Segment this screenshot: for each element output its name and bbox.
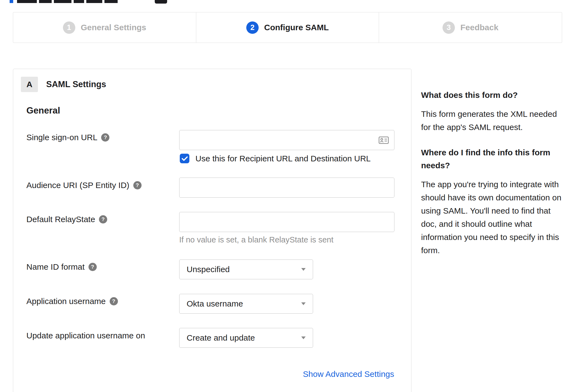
- step-number-badge: 1: [63, 21, 75, 34]
- name-id-format-label-row: Name ID format ?: [26, 262, 97, 272]
- contact-card-icon[interactable]: [378, 136, 389, 144]
- relay-state-input[interactable]: [179, 212, 394, 232]
- chevron-down-icon: [301, 268, 306, 271]
- step-feedback[interactable]: 3 Feedback: [379, 12, 562, 43]
- sidebar-answer-1: This form generates the XML needed for t…: [421, 107, 563, 134]
- application-username-label: Application username: [26, 297, 106, 306]
- sso-url-input-wrap: [179, 130, 394, 150]
- section-header: A SAML Settings: [21, 77, 106, 92]
- update-username-value: Create and update: [187, 333, 255, 343]
- update-username-label: Update application username on: [26, 331, 145, 340]
- application-username-select[interactable]: Okta username: [179, 294, 313, 314]
- section-a-badge: A: [21, 77, 38, 92]
- help-icon[interactable]: ?: [89, 263, 97, 271]
- clipped-title-text: [17, 0, 37, 3]
- step-label: Feedback: [460, 23, 498, 32]
- step-number-badge: 2: [246, 21, 259, 34]
- step-number-badge: 3: [443, 21, 455, 34]
- application-username-label-row: Application username ?: [26, 297, 118, 306]
- clipped-logo: [155, 0, 167, 4]
- help-icon[interactable]: ?: [110, 297, 118, 305]
- sidebar-question-2: Where do I find the info this form needs…: [421, 146, 563, 172]
- help-icon[interactable]: ?: [133, 181, 142, 189]
- step-configure-saml[interactable]: 2 Configure SAML: [196, 12, 379, 43]
- wizard-stepper: 1 General Settings 2 Configure SAML 3 Fe…: [13, 12, 562, 43]
- help-sidebar: What does this form do? This form genera…: [421, 89, 563, 269]
- clipped-page-header: [0, 0, 575, 4]
- sidebar-question-1: What does this form do?: [421, 89, 563, 101]
- update-username-select[interactable]: Create and update: [179, 328, 313, 348]
- step-general-settings[interactable]: 1 General Settings: [13, 12, 196, 43]
- audience-uri-input[interactable]: [179, 178, 394, 198]
- relay-state-label-row: Default RelayState ?: [26, 215, 107, 224]
- help-icon[interactable]: ?: [101, 133, 109, 142]
- clipped-title-text: [104, 0, 118, 3]
- relay-state-label: Default RelayState: [26, 215, 95, 224]
- sidebar-answer-2: The app you're trying to integrate with …: [421, 178, 563, 257]
- sso-url-label-row: Single sign-on URL ?: [26, 133, 109, 142]
- clipped-title-text: [54, 0, 71, 3]
- step-label: General Settings: [81, 23, 146, 32]
- general-group-title: General: [26, 105, 60, 116]
- help-icon[interactable]: ?: [99, 215, 107, 223]
- clipped-title-accent-bar: [10, 0, 13, 3]
- name-id-format-label: Name ID format: [26, 262, 85, 272]
- checkmark-icon: [182, 156, 188, 161]
- chevron-down-icon: [301, 302, 306, 305]
- clipped-title-text: [74, 0, 84, 3]
- recipient-url-checkbox[interactable]: [180, 154, 189, 163]
- clipped-title-text: [39, 0, 52, 3]
- recipient-url-checkbox-label[interactable]: Use this for Recipient URL and Destinati…: [195, 154, 371, 163]
- audience-uri-label: Audience URI (SP Entity ID): [26, 181, 129, 190]
- name-id-format-select[interactable]: Unspecified: [179, 260, 313, 279]
- update-username-label-row: Update application username on: [26, 331, 145, 340]
- saml-settings-panel: A SAML Settings General Single sign-on U…: [13, 69, 411, 392]
- show-advanced-settings-link[interactable]: Show Advanced Settings: [303, 369, 394, 379]
- relay-state-helper-text: If no value is set, a blank RelayState i…: [179, 235, 333, 244]
- sso-url-input[interactable]: [179, 130, 394, 150]
- section-title: SAML Settings: [46, 79, 106, 89]
- sso-url-label: Single sign-on URL: [26, 133, 97, 142]
- clipped-title-text: [86, 0, 102, 3]
- name-id-format-value: Unspecified: [187, 265, 230, 274]
- chevron-down-icon: [301, 336, 306, 339]
- application-username-value: Okta username: [187, 299, 243, 308]
- step-label: Configure SAML: [264, 23, 329, 32]
- sso-checkbox-row: Use this for Recipient URL and Destinati…: [180, 154, 371, 163]
- audience-uri-label-row: Audience URI (SP Entity ID) ?: [26, 181, 142, 190]
